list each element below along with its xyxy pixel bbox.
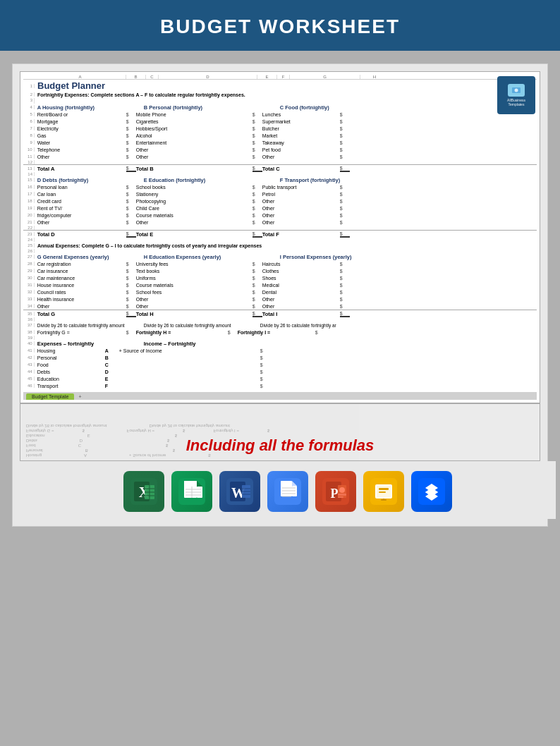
powerpoint-icon[interactable]: P: [315, 471, 356, 512]
total-b-label: Total B: [136, 166, 252, 172]
row-21: 21 Other $ Other $ Other $: [23, 219, 537, 226]
general-header: G General Expenses (yearly): [35, 254, 144, 260]
row-9: 9 Water $ Entertainment $ Takeaway $: [23, 139, 537, 146]
income-title: Income – Fortnightly: [144, 341, 285, 347]
col-e-header: E: [257, 75, 277, 79]
logo-text: AllBusinessTemplates: [507, 98, 525, 106]
row-40: 40 Expenses – fortnightly Income – Fortn…: [23, 340, 537, 347]
row-transport: 46 Transport F $: [23, 382, 537, 389]
svg-rect-48: [383, 499, 384, 501]
divide-note-i: Divide by 26 to calculate fortnightly ar: [260, 323, 360, 328]
debts-item-4: Rent of TV/: [35, 206, 126, 211]
housing-item-6: Telephone: [35, 147, 126, 152]
expense-education: Education: [35, 377, 105, 381]
housing-item-7: Other: [35, 154, 126, 159]
dropbox-icon[interactable]: [411, 471, 452, 512]
divide-note-h: Divide by 26 to calculate fortnightly am…: [144, 323, 260, 328]
total-a-label: Total A: [35, 166, 126, 172]
total-b-dollar: $: [252, 166, 262, 172]
expense-b: B: [105, 355, 119, 360]
google-sheets-icon[interactable]: [171, 471, 212, 512]
fortnightly-section-2: 16 Personal loan $ School books $ Public…: [23, 183, 537, 226]
education-item-3: Photocopying: [136, 199, 252, 204]
total-i-label: Total I: [262, 311, 340, 317]
housing-header: A Housing (fortnightly): [35, 104, 144, 111]
education-item-4: Child Care: [136, 206, 252, 211]
educ-annual-item-5: School fees: [136, 290, 252, 295]
spreadsheet-area: AllBusinessTemplates A B C D E F G H 1 B…: [20, 71, 540, 403]
personal-annual-item-6: Other: [262, 297, 340, 302]
row-27: 27 G General Expenses (yearly) H Educati…: [23, 253, 537, 260]
row-25: 25 Annual Expenses: Complete G – I to ca…: [23, 242, 537, 249]
row-6: 6 Mortgage $ Cigarettes $ Supermarket $: [23, 118, 537, 125]
main-card: AllBusinessTemplates A B C D E F G H 1 B…: [12, 63, 548, 527]
food-item-6: Pet food: [262, 147, 340, 152]
education-header: E Education (fortnightly): [144, 177, 260, 183]
expense-food: Food: [35, 362, 105, 367]
transport-item-2: Petrol: [262, 192, 340, 197]
educ-annual-item-6: Other: [136, 297, 252, 302]
education-item-1: School books: [136, 185, 252, 190]
housing-item-1: Rent/Board or: [35, 112, 126, 117]
col-h-header: H: [360, 75, 389, 79]
total-d-label: Total D: [35, 231, 126, 238]
income-source-header: + Source of Income: [119, 348, 260, 353]
sheet-tab-budget[interactable]: Budget Template: [26, 393, 74, 400]
total-d-dollar: $: [126, 231, 136, 238]
housing-item-2: Mortgage: [35, 119, 126, 124]
total-c-dollar: $: [340, 166, 350, 172]
personal-annual-item-7: Other: [262, 304, 340, 309]
word-icon[interactable]: W: [219, 471, 260, 512]
food-item-2: Supermarket: [262, 119, 340, 124]
overlay-text: Including all the formulas: [186, 436, 374, 454]
annual-section: 28 Car registration $ University fees $ …: [23, 260, 537, 310]
row-33: 33 Health insurance $ Other $ Other $: [23, 295, 537, 302]
expense-f: F: [105, 384, 119, 389]
col-a-header: A: [35, 75, 126, 79]
total-h-dollar: $: [252, 311, 262, 317]
excel-icon[interactable]: X: [123, 471, 164, 512]
row-23-total: 23 Total D $ Total E $ Total F $: [23, 230, 537, 238]
row-31: 31 House insurance $ Course materials $ …: [23, 281, 537, 288]
debts-item-3: Credit card: [35, 199, 126, 204]
education-item-6: Other: [136, 220, 252, 225]
total-g-dollar: $: [126, 311, 136, 317]
row-35-total: 35 Total G $ Total H $ Total I $: [23, 310, 537, 317]
personal-annual-item-2: Clothes: [262, 269, 340, 274]
personal-header: B Personal (fortnightly): [144, 104, 260, 111]
total-c-label: Total C: [262, 166, 340, 172]
col-c-header: C: [146, 75, 159, 79]
google-docs-icon[interactable]: [267, 471, 308, 512]
expense-housing: Housing: [35, 348, 105, 353]
debts-item-6: Other: [35, 220, 126, 225]
row-5: 5 Rent/Board or $ Mobile Phone $ Lunches…: [23, 111, 537, 118]
row-20: 20 fridge/computer $ Course materials $ …: [23, 212, 537, 219]
general-item-1: Car registration: [35, 262, 126, 267]
row-3: 3: [23, 98, 537, 104]
general-item-5: Council rates: [35, 290, 126, 295]
logo-icon: [508, 84, 525, 97]
fortnightly-g: Fortnightly G =: [35, 330, 126, 335]
row-13-total: 13 Total A $ Total B $ Total C $: [23, 164, 537, 172]
row-34: 34 Other $ Other $ Other $: [23, 302, 537, 310]
personal-item-3: Hobbies/Sport: [136, 126, 252, 131]
fortnightly-i: Fortnightly I =: [238, 330, 315, 335]
general-item-2: Car insurance: [35, 269, 126, 274]
svg-rect-46: [379, 491, 386, 493]
svg-rect-45: [379, 488, 389, 490]
annual-note: Annual Expenses: Complete G – I to calcu…: [35, 243, 262, 248]
total-f-label: Total F: [262, 231, 340, 238]
fortnightly-section-1: 5 Rent/Board or $ Mobile Phone $ Lunches…: [23, 111, 537, 160]
transport-item-1: Public transport: [262, 185, 340, 190]
personal-annual-item-4: Medical: [262, 283, 340, 288]
row-1-num: 1: [23, 84, 35, 88]
expense-a: A: [105, 348, 119, 353]
row-43: 43 Food C $: [23, 361, 537, 368]
row-4: 4 A Housing (fortnightly) B Personal (fo…: [23, 104, 537, 111]
sheet-tab-add[interactable]: +: [75, 393, 84, 400]
google-slides-icon[interactable]: [363, 471, 404, 512]
educ-annual-item-3: Uniforms: [136, 276, 252, 281]
educ-annual-item-7: Other: [136, 304, 252, 309]
transport-item-6: Other: [262, 220, 340, 225]
general-item-4: House insurance: [35, 283, 126, 288]
